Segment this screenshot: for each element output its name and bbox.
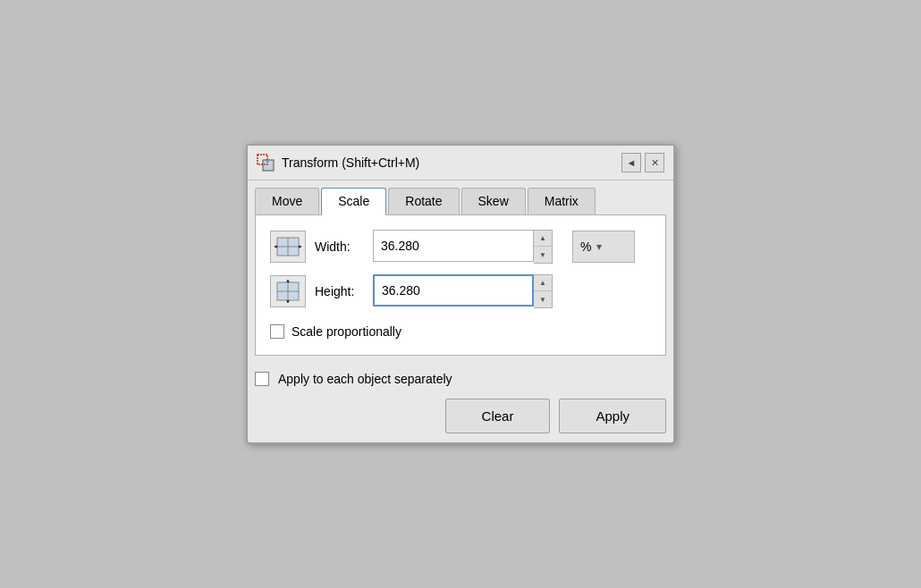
title-buttons: ◄ ✕ <box>621 153 664 172</box>
width-spin-buttons: ▲ ▼ <box>534 230 553 264</box>
close-button[interactable]: ✕ <box>645 153 664 172</box>
width-label: Width: <box>315 239 364 254</box>
unit-dropdown[interactable]: % ▾ <box>572 231 635 263</box>
collapse-button[interactable]: ◄ <box>621 153 641 172</box>
transform-icon <box>257 154 275 172</box>
height-spin-down[interactable]: ▼ <box>534 291 552 307</box>
tab-rotate[interactable]: Rotate <box>388 188 459 214</box>
tab-matrix[interactable]: Matrix <box>528 188 596 214</box>
tabs-bar: Move Scale Rotate Skew Matrix <box>248 181 673 214</box>
apply-each-checkbox[interactable] <box>255 372 269 386</box>
dialog-title: Transform (Shift+Ctrl+M) <box>282 155 419 170</box>
clear-button[interactable]: Clear <box>445 399 551 433</box>
svg-marker-6 <box>275 245 277 248</box>
width-row: Width: ▲ ▼ % ▾ <box>270 230 651 264</box>
height-spin-up[interactable]: ▲ <box>534 275 552 291</box>
content-area: Width: ▲ ▼ % ▾ <box>248 214 673 363</box>
height-spin-buttons: ▲ ▼ <box>534 274 553 308</box>
width-input[interactable] <box>373 230 534 262</box>
svg-marker-15 <box>286 300 290 303</box>
height-label: Height: <box>315 284 364 298</box>
height-icon <box>270 275 306 307</box>
width-icon <box>270 231 306 263</box>
height-spinbox: ▲ ▼ <box>373 274 553 308</box>
svg-rect-1 <box>263 160 274 171</box>
width-spinbox: ▲ ▼ <box>373 230 553 264</box>
button-row: Clear Apply <box>255 399 666 433</box>
apply-each-row: Apply to each object separately <box>255 372 666 386</box>
unit-label: % <box>580 239 591 254</box>
svg-marker-8 <box>299 245 301 248</box>
height-input[interactable] <box>373 274 534 307</box>
proportional-row: Scale proportionally <box>270 319 651 340</box>
apply-button[interactable]: Apply <box>559 399 666 433</box>
svg-marker-13 <box>286 280 290 282</box>
apply-each-label: Apply to each object separately <box>278 372 452 386</box>
height-row: Height: ▲ ▼ <box>270 274 651 308</box>
tab-scale[interactable]: Scale <box>321 188 386 215</box>
tab-move[interactable]: Move <box>255 188 319 214</box>
title-left: Transform (Shift+Ctrl+M) <box>257 154 419 172</box>
bottom-section: Apply to each object separately Clear Ap… <box>248 363 673 442</box>
title-bar: Transform (Shift+Ctrl+M) ◄ ✕ <box>248 146 673 181</box>
transform-dialog: Transform (Shift+Ctrl+M) ◄ ✕ Move Scale … <box>246 144 675 444</box>
width-spin-down[interactable]: ▼ <box>534 247 552 263</box>
width-spin-up[interactable]: ▲ <box>534 231 552 247</box>
tab-content-scale: Width: ▲ ▼ % ▾ <box>255 214 666 356</box>
chevron-down-icon: ▾ <box>596 240 602 253</box>
proportional-checkbox[interactable] <box>270 324 284 339</box>
proportional-label: Scale proportionally <box>292 324 401 339</box>
tab-skew[interactable]: Skew <box>461 188 526 214</box>
